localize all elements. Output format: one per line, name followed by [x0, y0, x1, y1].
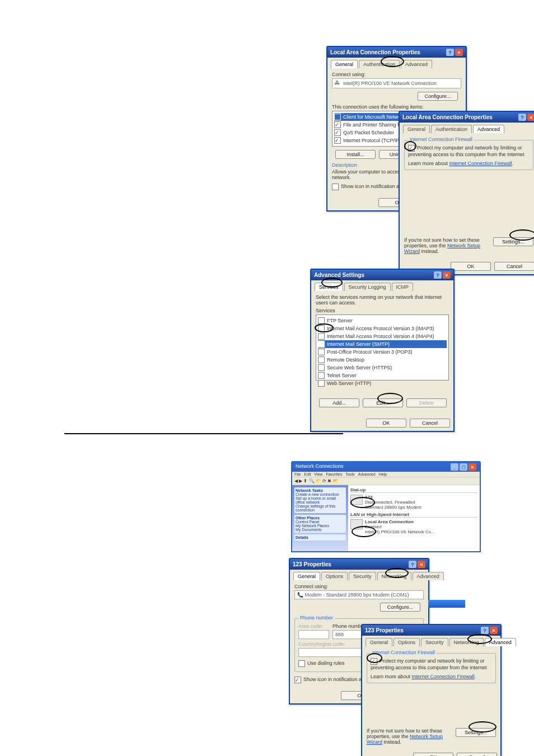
checkbox-icon[interactable] [318, 372, 325, 379]
checkbox-icon[interactable] [318, 380, 325, 387]
configure-button[interactable]: Configure... [418, 92, 458, 101]
tab-icmp[interactable]: ICMP [392, 283, 414, 291]
checkbox-icon[interactable] [318, 333, 325, 340]
divider [64, 433, 343, 434]
ok-button[interactable]: OK [413, 753, 453, 756]
checkbox-icon[interactable] [332, 184, 339, 190]
firewall-link[interactable]: Internet Connection Firewall [449, 161, 512, 166]
checkbox-icon[interactable] [318, 364, 325, 371]
tab-security[interactable]: Security [421, 638, 448, 646]
sidebar-item[interactable]: Change settings of this connection [296, 504, 335, 512]
sidebar-item[interactable]: My Documents [296, 528, 322, 532]
connect-using-label: Connect using: [294, 584, 424, 589]
firewall-link[interactable]: Internet Connection Firewall [412, 674, 475, 679]
menubar[interactable]: File Edit View Favorites Tools Advanced … [292, 472, 480, 477]
help-icon[interactable]: ? [518, 114, 526, 121]
toolbar[interactable]: ◀ ▶ ⬆ 🔍 📁 ⟳ ✖ 📂 [292, 477, 480, 485]
tab-advanced[interactable]: Advanced [413, 572, 444, 580]
menu-help[interactable]: Help [379, 472, 387, 476]
annotation-circle [509, 229, 534, 241]
dialog-titlebar: Local Area Connection Properties ? × [400, 112, 534, 123]
list-item: Web Server (HTTP) [327, 381, 371, 386]
annotation-circle [367, 653, 382, 663]
tab-general[interactable]: General [293, 572, 320, 580]
section-dialup: Dial-up [350, 487, 477, 493]
tab-security-logging[interactable]: Security Logging [344, 283, 391, 291]
list-item: Internet Mail Server (SMTP) [327, 341, 390, 347]
annotation-circle [350, 497, 375, 508]
sidebar-item[interactable]: My Network Places [296, 524, 329, 528]
close-icon[interactable]: × [443, 271, 451, 279]
checkbox-icon[interactable] [298, 660, 305, 667]
ok-button[interactable]: OK [451, 262, 491, 271]
minimize-icon[interactable]: _ [451, 463, 458, 471]
help-icon[interactable]: ? [434, 271, 442, 279]
sidebar: Network Tasks Create a new connection Se… [292, 485, 348, 551]
tab-options[interactable]: Options [394, 638, 420, 646]
other-header: Other Places [296, 516, 320, 520]
dialog-title: Advanced Settings [314, 272, 364, 278]
details-header: Details [296, 536, 308, 539]
help-icon[interactable]: ? [446, 49, 454, 56]
menu-advanced[interactable]: Advanced [358, 472, 376, 476]
list-item: Secure Web Server (HTTPS) [327, 365, 392, 370]
maximize-icon[interactable]: □ [460, 463, 467, 471]
protect-label: Protect my computer and network by limit… [408, 145, 524, 157]
dialog-title: Local Area Connection Properties [402, 114, 493, 120]
cancel-button[interactable]: Cancel [494, 262, 534, 271]
install-button[interactable]: Install... [335, 150, 376, 159]
sidebar-item[interactable]: Set up a home or small office network [296, 496, 336, 504]
tab-general[interactable]: General [331, 60, 358, 68]
close-icon[interactable]: × [490, 627, 498, 634]
add-button[interactable]: Add... [319, 398, 359, 407]
list-item: Telnet Server [327, 373, 357, 378]
checkbox-icon[interactable]: ✓ [334, 137, 341, 144]
tab-general[interactable]: General [403, 125, 430, 133]
services-list[interactable]: FTP Server Internet Mail Access Protocol… [316, 314, 449, 381]
tab-general[interactable]: General [366, 638, 392, 646]
close-icon[interactable]: × [455, 49, 463, 56]
advanced-settings-dialog: Advanced Settings ? × Services Security … [310, 269, 455, 432]
tasks-header: Network Tasks [296, 489, 323, 492]
menu-edit[interactable]: Edit [304, 472, 311, 476]
123-properties-advanced-dialog: 123 Properties ? × General Options Secur… [361, 624, 502, 756]
checkbox-icon[interactable] [318, 349, 325, 355]
list-item: Post-Office Protocol Version 3 (POP3) [327, 349, 412, 355]
sidebar-item[interactable]: Create a new connection [296, 492, 339, 496]
cancel-button[interactable]: Cancel [410, 419, 450, 428]
checkbox-icon[interactable]: ✓ [334, 121, 341, 128]
protect-label: Protect my computer and network by limit… [371, 658, 487, 670]
tab-security[interactable]: Security [349, 572, 376, 580]
menu-file[interactable]: File [294, 472, 301, 476]
menu-favorites[interactable]: Favorites [326, 472, 342, 476]
tab-options[interactable]: Options [321, 572, 348, 580]
annotation-circle [469, 721, 496, 732]
annotation-circle [385, 568, 409, 578]
close-icon[interactable]: × [469, 463, 476, 471]
checkbox-icon[interactable]: ✓ [334, 129, 341, 136]
uses-label: This connection uses the following items… [332, 104, 461, 110]
cancel-button[interactable]: Cancel [457, 753, 497, 756]
conn-device: Standard 28800 bps Modem [365, 505, 421, 510]
tab-advanced[interactable]: Advanced [473, 125, 504, 133]
close-icon[interactable]: × [418, 561, 425, 568]
configure-button[interactable]: Configure... [380, 603, 420, 612]
menu-view[interactable]: View [314, 472, 322, 476]
menu-tools[interactable]: Tools [345, 472, 354, 476]
annotation-circle [321, 278, 343, 288]
annotation-circle [352, 526, 376, 537]
checkbox-icon[interactable]: ✓ [294, 677, 301, 683]
checkbox-icon[interactable] [318, 341, 325, 348]
tab-advanced[interactable]: Advanced [401, 60, 432, 68]
hint-text2: instead. [382, 739, 401, 745]
adapter-icon: 🖧 [335, 80, 341, 87]
help-icon[interactable]: ? [409, 561, 416, 568]
checkbox-icon[interactable] [334, 114, 341, 120]
ok-button[interactable]: OK [366, 419, 406, 428]
tab-authentication[interactable]: Authentication [431, 125, 472, 133]
conn-name[interactable]: Local Area Connection [365, 519, 414, 524]
close-icon[interactable]: × [527, 114, 534, 121]
checkbox-icon[interactable] [318, 356, 325, 363]
help-icon[interactable]: ? [481, 627, 489, 634]
sidebar-item[interactable]: Control Panel [296, 520, 319, 524]
